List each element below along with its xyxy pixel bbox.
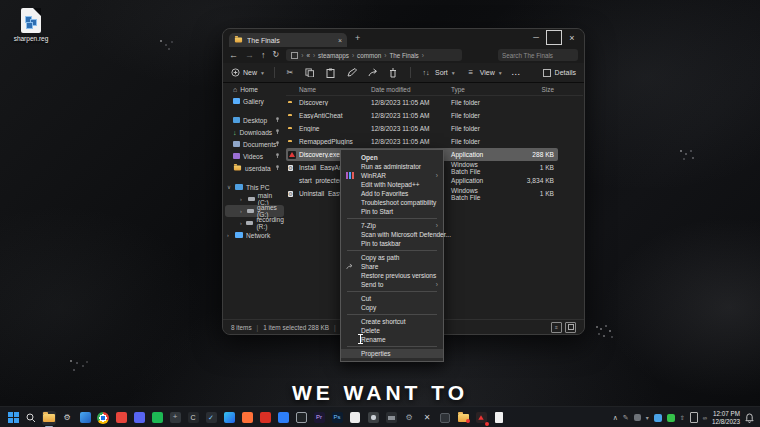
menu-item-copy-as-path[interactable]: Copy as path (341, 253, 443, 262)
details-toggle[interactable]: Details (543, 69, 576, 77)
pen-tray-icon[interactable]: ✎ (623, 414, 629, 421)
explorer-tab[interactable]: The Finals × (229, 33, 347, 47)
menu-item-restore-versions[interactable]: Restore previous versions (341, 271, 443, 280)
menu-item-add-to-favorites[interactable]: Add to Favorites (341, 189, 443, 198)
swirl-app-button[interactable] (222, 411, 236, 425)
file-explorer-button[interactable] (42, 411, 56, 425)
breadcrumb-segment[interactable]: The Finals (389, 52, 418, 59)
document-app-button[interactable] (492, 411, 506, 425)
forward-button[interactable]: → (245, 51, 254, 60)
menu-item-troubleshoot[interactable]: Troubleshoot compatibility (341, 198, 443, 207)
orange-app-button[interactable] (240, 411, 254, 425)
file-row[interactable]: Engine12/8/2023 11:05 AMFile folder (286, 122, 558, 135)
details-view-toggle[interactable]: ≡ (551, 322, 562, 333)
back-button[interactable]: ← (229, 51, 238, 60)
column-header-date[interactable]: Date modified (371, 86, 410, 93)
chevron-right-icon[interactable]: › (240, 220, 243, 226)
menu-item-properties[interactable]: Properties (341, 349, 443, 358)
menu-item-share[interactable]: Share (341, 262, 443, 271)
search-input[interactable] (502, 52, 574, 59)
photos-app-button[interactable] (78, 411, 92, 425)
green-tray-icon[interactable] (667, 414, 675, 422)
menu-item-scan-defender[interactable]: Scan with Microsoft Defender... (341, 230, 443, 239)
tray-icon[interactable] (634, 414, 641, 421)
green-app-button[interactable] (150, 411, 164, 425)
notepad-app-button[interactable] (348, 411, 362, 425)
file-row[interactable]: Discovery12/8/2023 11:05 AMFile folder (286, 96, 558, 109)
sidebar-item-documents[interactable]: Documents (225, 138, 284, 150)
view-button[interactable]: ≡ View▼ (465, 68, 503, 77)
tray-icon[interactable]: ▾ (646, 415, 649, 421)
breadcrumb-segment[interactable]: steamapps (318, 52, 349, 59)
delete-icon[interactable] (389, 68, 401, 78)
close-button[interactable]: × (564, 31, 580, 44)
chevron-right-icon[interactable]: › (240, 208, 244, 214)
x-app-button[interactable]: ✕ (420, 411, 434, 425)
share-icon[interactable] (368, 68, 380, 77)
breadcrumb[interactable]: › « › steamapps › common › The Finals › (286, 49, 462, 61)
chrome-app-button[interactable] (96, 411, 110, 425)
sidebar-item-gallery[interactable]: Gallery (225, 95, 284, 107)
refresh-button[interactable]: ↻ (273, 51, 280, 59)
menu-item-copy[interactable]: Copy (341, 303, 443, 312)
search-button[interactable] (24, 411, 38, 425)
more-options-button[interactable]: ... (512, 69, 521, 76)
sort-button[interactable]: ↑↓ Sort▼ (420, 69, 456, 76)
breadcrumb-segment[interactable]: common (357, 52, 381, 59)
mods-folder-button[interactable] (456, 411, 470, 425)
film-app-button[interactable] (384, 411, 398, 425)
c-app-button[interactable]: C (186, 411, 200, 425)
copy-icon[interactable] (305, 68, 317, 77)
sidebar-item-home[interactable]: ⌂Home (225, 83, 284, 95)
up-button[interactable]: ↑ (261, 51, 266, 60)
blue-app-button[interactable] (276, 411, 290, 425)
chevron-right-icon[interactable]: › (240, 196, 245, 202)
scope-app-button[interactable]: + (168, 411, 182, 425)
menu-item-open[interactable]: Open (341, 153, 443, 162)
column-header-type[interactable]: Type (451, 86, 465, 93)
menu-item-run-as-admin[interactable]: Run as administrator (341, 162, 443, 171)
sidebar-item-downloads[interactable]: ↓Downloads (225, 126, 284, 138)
maximize-button[interactable] (546, 31, 562, 44)
photoshop-app-button[interactable]: Ps (330, 411, 344, 425)
blue-tray-icon[interactable] (654, 414, 662, 422)
menu-item-pin-to-taskbar[interactable]: Pin to taskbar (341, 239, 443, 248)
icons-view-toggle[interactable] (565, 322, 576, 333)
new-tab-button[interactable]: + (355, 34, 360, 43)
taskbar-clock[interactable]: 12:07 PM 12/8/2023 (712, 410, 740, 425)
file-row[interactable]: RemappedPlugins12/8/2023 11:05 AMFile fo… (286, 135, 558, 148)
start-button[interactable] (6, 411, 20, 425)
hidden-icons-chevron[interactable]: ∧ (613, 414, 618, 421)
gallery-app-button[interactable] (366, 411, 380, 425)
sidebar-item-network[interactable]: ›Network (225, 229, 284, 241)
menu-item-edit-notepadpp[interactable]: Edit with Notepad++ (341, 180, 443, 189)
search-box[interactable] (498, 49, 578, 61)
menu-item-cut[interactable]: Cut (341, 294, 443, 303)
menu-item-send-to[interactable]: Send to› (341, 280, 443, 289)
utility-app-button[interactable]: ⚙ (402, 411, 416, 425)
column-header-size[interactable]: Size (496, 86, 554, 93)
column-header-name[interactable]: Name (299, 86, 316, 93)
phone-tray-icon[interactable] (690, 412, 698, 423)
menu-item-pin-to-start[interactable]: Pin to Start (341, 207, 443, 216)
sidebar-item-desktop[interactable]: Desktop (225, 114, 284, 126)
pin-app-button[interactable] (114, 411, 128, 425)
sidebar-item-videos[interactable]: Videos (225, 150, 284, 162)
tab-close-icon[interactable]: × (338, 37, 342, 44)
minimize-button[interactable]: ─ (528, 31, 544, 44)
settings-button[interactable]: ⚙ (60, 411, 74, 425)
check-app-button[interactable]: ✓ (204, 411, 218, 425)
alert-app-button[interactable] (474, 411, 488, 425)
chevron-down-icon[interactable]: ∨ (227, 184, 232, 190)
sidebar-item-userdata[interactable]: userdata (225, 162, 284, 174)
chevron-right-icon[interactable]: › (227, 232, 232, 238)
rename-icon[interactable] (347, 68, 359, 77)
breadcrumb-overflow[interactable]: « (306, 52, 310, 59)
premiere-app-button[interactable]: Pr (312, 411, 326, 425)
menu-item-create-shortcut[interactable]: Create shortcut (341, 317, 443, 326)
paste-icon[interactable] (326, 68, 338, 78)
cut-icon[interactable]: ✂ (284, 68, 296, 77)
obs-app-button[interactable] (294, 411, 308, 425)
menu-item-winrar[interactable]: WinRAR› (341, 171, 443, 180)
new-button[interactable]: New▼ (231, 68, 265, 77)
